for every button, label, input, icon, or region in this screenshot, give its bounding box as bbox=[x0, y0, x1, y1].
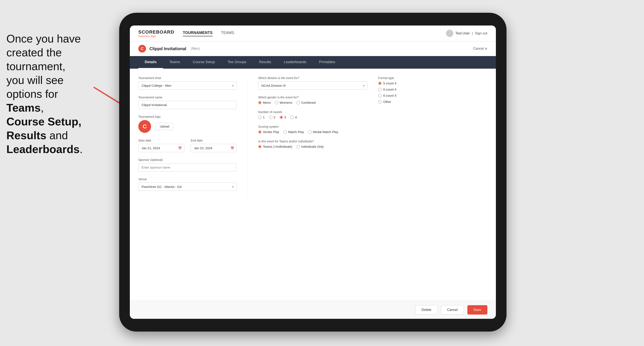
gender-mens-radio[interactable] bbox=[258, 101, 262, 104]
format-radio-group: 5 count 4 6 count 4 6 count 5 bbox=[378, 81, 487, 104]
division-label: Which division is the event for? bbox=[258, 76, 367, 80]
sponsor-label: Sponsor (optional) bbox=[138, 158, 237, 162]
gender-combined[interactable]: Combined bbox=[296, 101, 316, 104]
format-6count5-radio[interactable] bbox=[378, 94, 382, 97]
tab-printables[interactable]: Printables bbox=[313, 56, 342, 69]
scoring-stroke-radio[interactable] bbox=[258, 130, 262, 134]
teams-radio-group: Teams (+Individuals) Individuals Only bbox=[258, 145, 367, 148]
bottom-bar: Delete Cancel Save bbox=[130, 301, 496, 319]
rounds-3-radio[interactable] bbox=[280, 116, 283, 119]
nav-tournaments[interactable]: TOURNAMENTS bbox=[183, 31, 212, 36]
nav-left: SCOREBOARD Powered by clippd TOURNAMENTS… bbox=[138, 29, 234, 37]
format-other-radio[interactable] bbox=[378, 100, 382, 104]
start-date-label: Start date bbox=[138, 139, 184, 142]
tab-tee-groups[interactable]: Tee Groups bbox=[221, 56, 253, 69]
tournament-name-label: Tournament name bbox=[138, 96, 237, 99]
tablet-screen: SCOREBOARD Powered by clippd TOURNAMENTS… bbox=[130, 25, 496, 319]
scoring-radio-group: Stroke Play Match Play Medal Match Play bbox=[258, 130, 367, 134]
rounds-2-radio[interactable] bbox=[269, 116, 272, 119]
top-nav: SCOREBOARD Powered by clippd TOURNAMENTS… bbox=[130, 25, 496, 41]
scoring-stroke[interactable]: Stroke Play bbox=[258, 130, 279, 134]
logo-preview: C bbox=[138, 120, 151, 133]
scoring-medal[interactable]: Medal Match Play bbox=[308, 130, 338, 134]
gender-group: Which gender is the event for? Mens Wome… bbox=[258, 96, 367, 104]
venue-select[interactable]: Peachtree GC - Atlanta - GA bbox=[138, 182, 237, 191]
scoring-match-radio[interactable] bbox=[284, 130, 287, 134]
host-group: Tournament Host Clippd College - Men bbox=[138, 76, 237, 90]
delete-button[interactable]: Delete bbox=[415, 305, 437, 315]
cancel-button[interactable]: Cancel bbox=[441, 305, 464, 315]
tab-bar: Details Teams Course Setup Tee Groups Re… bbox=[130, 56, 496, 69]
teams-group: Is this event for Teams and/or Individua… bbox=[258, 140, 367, 148]
form-col-2: Which division is the event for? NCAA Di… bbox=[258, 76, 367, 197]
individuals-only-radio[interactable] bbox=[296, 145, 300, 148]
nav-teams[interactable]: TEAMS bbox=[221, 31, 234, 36]
tab-course-setup[interactable]: Course Setup bbox=[186, 56, 221, 69]
end-date-input[interactable] bbox=[191, 144, 237, 152]
tournament-title-area: C Clippd Invitational (Men) bbox=[138, 45, 200, 52]
nav-links: TOURNAMENTS TEAMS bbox=[183, 31, 234, 36]
scoring-medal-radio[interactable] bbox=[308, 130, 312, 134]
logo-upload-area: C Upload bbox=[138, 120, 237, 133]
rounds-group: Number of rounds 1 2 bbox=[258, 110, 367, 119]
sponsor-input[interactable] bbox=[138, 163, 237, 172]
save-button[interactable]: Save bbox=[467, 305, 487, 315]
gender-womens-radio[interactable] bbox=[275, 101, 278, 104]
end-date-label: End date bbox=[191, 139, 237, 142]
venue-select-wrap: Peachtree GC - Atlanta - GA bbox=[138, 182, 237, 191]
format-5count4-radio[interactable] bbox=[378, 82, 382, 85]
teams-label: Is this event for Teams and/or Individua… bbox=[258, 140, 367, 143]
gender-label: Which gender is the event for? bbox=[258, 96, 367, 99]
gender-combined-radio[interactable] bbox=[296, 101, 300, 104]
rounds-2[interactable]: 2 bbox=[269, 115, 276, 119]
gender-mens[interactable]: Mens bbox=[258, 101, 271, 104]
main-content: Tournament Host Clippd College - Men Tou… bbox=[130, 69, 496, 301]
logo-group: Tournament logo C Upload bbox=[138, 115, 237, 133]
cancel-header-button[interactable]: Cancel ✕ bbox=[473, 47, 487, 51]
tournament-name-input[interactable] bbox=[138, 101, 237, 109]
teams-plus-radio[interactable] bbox=[258, 145, 262, 148]
format-other[interactable]: Other bbox=[378, 100, 487, 104]
format-6count5[interactable]: 6 count 5 bbox=[378, 94, 487, 97]
user-area: Test User | Sign out bbox=[446, 30, 487, 37]
rounds-radio-group: 1 2 3 4 bbox=[258, 115, 367, 119]
logo-sub: Powered by clippd bbox=[138, 35, 174, 37]
logo-scoreboard: SCOREBOARD bbox=[138, 29, 174, 35]
division-select-wrap: NCAA Division III bbox=[258, 81, 367, 90]
sponsor-group: Sponsor (optional) bbox=[138, 158, 237, 172]
division-select[interactable]: NCAA Division III bbox=[258, 81, 367, 90]
upload-button[interactable]: Upload bbox=[155, 123, 174, 130]
tab-results[interactable]: Results bbox=[253, 56, 278, 69]
individuals-only[interactable]: Individuals Only bbox=[296, 145, 324, 148]
end-date-wrap bbox=[191, 144, 237, 152]
logo-area: SCOREBOARD Powered by clippd bbox=[138, 29, 174, 37]
host-select[interactable]: Clippd College - Men bbox=[138, 81, 237, 90]
teams-plus-individuals[interactable]: Teams (+Individuals) bbox=[258, 145, 292, 148]
start-date-input[interactable] bbox=[138, 144, 184, 152]
form-col-3: Format type 5 count 4 6 count 4 bbox=[378, 76, 487, 197]
tab-teams[interactable]: Teams bbox=[163, 56, 186, 69]
format-6count4-radio[interactable] bbox=[378, 88, 382, 91]
tab-details[interactable]: Details bbox=[138, 56, 163, 69]
format-5count4[interactable]: 5 count 4 bbox=[378, 81, 487, 85]
rounds-1[interactable]: 1 bbox=[258, 115, 264, 119]
host-select-wrap: Clippd College - Men bbox=[138, 81, 237, 90]
rounds-3[interactable]: 3 bbox=[280, 115, 286, 119]
scoring-match[interactable]: Match Play bbox=[284, 130, 304, 134]
user-avatar bbox=[446, 30, 453, 37]
intro-text: Once you have created the tournament, yo… bbox=[0, 28, 102, 161]
rounds-4[interactable]: 4 bbox=[290, 115, 297, 119]
sign-out-link[interactable]: Sign out bbox=[475, 31, 487, 35]
gender-womens[interactable]: Womens bbox=[275, 101, 292, 104]
tab-leaderboards[interactable]: Leaderboards bbox=[278, 56, 313, 69]
rounds-label: Number of rounds bbox=[258, 110, 367, 114]
tournament-header: C Clippd Invitational (Men) Cancel ✕ bbox=[130, 41, 496, 56]
gender-radio-group: Mens Womens Combined bbox=[258, 101, 367, 104]
form-grid: Tournament Host Clippd College - Men Tou… bbox=[138, 76, 487, 197]
host-label: Tournament Host bbox=[138, 76, 237, 80]
form-col-1: Tournament Host Clippd College - Men Tou… bbox=[138, 76, 248, 197]
rounds-4-radio[interactable] bbox=[290, 116, 294, 119]
rounds-1-radio[interactable] bbox=[258, 116, 262, 119]
format-6count4[interactable]: 6 count 4 bbox=[378, 88, 487, 91]
start-date-wrap bbox=[138, 144, 184, 152]
